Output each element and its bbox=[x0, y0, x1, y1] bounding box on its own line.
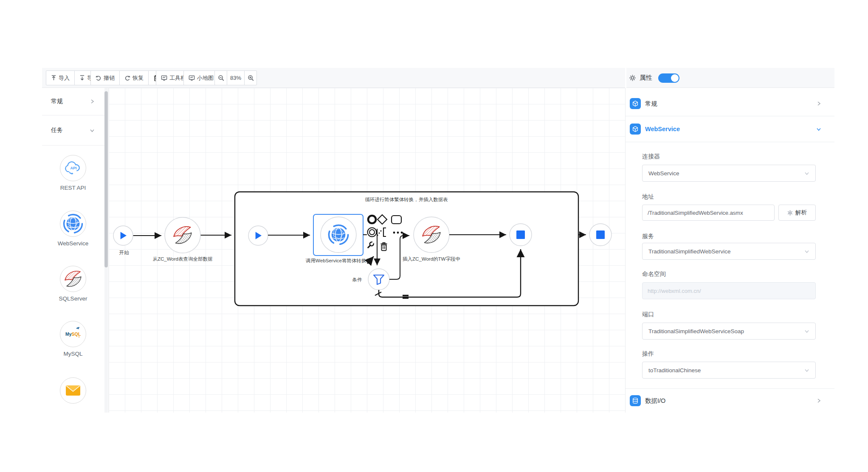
zoom-out-icon bbox=[218, 75, 224, 81]
sqlserver-icon bbox=[60, 266, 86, 292]
panel-section-general-label: 常规 bbox=[645, 100, 817, 108]
stop-icon bbox=[516, 230, 525, 239]
chevron-right-icon bbox=[817, 398, 821, 403]
operation-select[interactable]: toTraditionalChinese bbox=[642, 362, 816, 379]
rest-api-logo-text: API bbox=[70, 166, 76, 170]
sidebar-section-tasks-label: 任务 bbox=[51, 126, 63, 134]
operation-field-label: 操作 bbox=[642, 350, 654, 358]
loopback-marker bbox=[403, 297, 409, 299]
top-toolbar: 导入 导出 撤销 恢复 bbox=[42, 68, 834, 88]
parse-sparkle-icon bbox=[787, 210, 793, 216]
port-field-label: 端口 bbox=[642, 311, 654, 318]
node-webservice-label: 调用WebService将简体转换为 bbox=[305, 258, 371, 263]
node-start-label: 开始 bbox=[119, 250, 130, 255]
properties-title: 属性 bbox=[640, 74, 652, 82]
service-select[interactable]: TraditionalSimplifiedWebService bbox=[642, 243, 816, 260]
rest-api-icon: API bbox=[60, 155, 86, 181]
chevron-down-icon bbox=[804, 368, 809, 373]
minimap-label: 小地图 bbox=[197, 74, 214, 82]
node-condition[interactable] bbox=[368, 269, 389, 290]
panel-section-data-io-label: 数据I/O bbox=[645, 397, 817, 405]
palette-item-rest-api[interactable]: API REST API bbox=[42, 155, 104, 191]
minimap-group: 小地图 bbox=[183, 70, 219, 85]
node-end[interactable] bbox=[589, 224, 612, 246]
sidebar-section-tasks[interactable]: 任务 bbox=[42, 115, 106, 146]
stop-icon bbox=[596, 230, 605, 239]
redo-button[interactable]: 恢复 bbox=[119, 70, 149, 85]
import-label: 导入 bbox=[59, 74, 70, 82]
node-condition-label: 条件 bbox=[352, 277, 363, 282]
flow-canvas[interactable]: 循环进行简体繁体转换，并插入数据表 开始 从ZC_Word表查询全部数据 bbox=[109, 88, 625, 413]
export-icon bbox=[79, 75, 85, 81]
connector-select-value: WebService bbox=[648, 170, 679, 177]
palette-item-email[interactable] bbox=[42, 377, 104, 404]
webservice-globe-icon bbox=[60, 211, 86, 237]
gear-icon bbox=[629, 74, 636, 81]
redo-icon bbox=[124, 75, 130, 81]
node-start[interactable] bbox=[113, 226, 133, 245]
properties-header: 属性 bbox=[625, 68, 834, 88]
loop-container-label: 循环进行简体繁体转换，并插入数据表 bbox=[365, 197, 448, 202]
minimap-icon bbox=[189, 75, 195, 81]
panel-section-data-io[interactable]: 数据I/O bbox=[626, 388, 834, 413]
mysql-logo-sql: SQL bbox=[72, 332, 81, 337]
cube-icon bbox=[630, 98, 641, 109]
node-palette-sidebar: 常规 任务 API REST API bbox=[42, 88, 109, 413]
chevron-right-icon bbox=[817, 101, 821, 106]
zoom-group: 83% bbox=[214, 70, 257, 85]
undo-icon bbox=[96, 75, 101, 81]
node-sql-query[interactable] bbox=[165, 217, 200, 253]
namespace-input bbox=[642, 282, 816, 299]
palette-item-webservice[interactable]: WebService bbox=[42, 211, 104, 247]
chevron-down-icon bbox=[90, 128, 95, 133]
redo-label: 恢复 bbox=[132, 74, 144, 82]
sidebar-section-general[interactable]: 常规 bbox=[42, 88, 106, 115]
database-icon bbox=[630, 395, 641, 406]
import-button[interactable]: 导入 bbox=[46, 70, 75, 85]
chevron-right-icon bbox=[90, 99, 95, 104]
zoom-in-button[interactable] bbox=[244, 70, 257, 85]
sidebar-section-general-label: 常规 bbox=[51, 98, 63, 105]
parse-button[interactable]: 解析 bbox=[778, 205, 816, 221]
node-inner-start[interactable] bbox=[248, 226, 268, 245]
import-icon bbox=[51, 75, 56, 81]
palette-item-label: MySQL bbox=[42, 351, 104, 357]
namespace-field-label: 命名空间 bbox=[642, 270, 666, 278]
node-sql-insert[interactable] bbox=[414, 217, 449, 253]
panel-section-webservice[interactable]: WebService bbox=[626, 116, 834, 142]
palette-item-label: SQLServer bbox=[42, 295, 104, 302]
node-sql-insert-label: 插入ZC_Word的TW字段中 bbox=[403, 256, 460, 261]
node-webservice-selected[interactable] bbox=[313, 214, 363, 256]
palette-item-mysql[interactable]: MySQL MySQL bbox=[42, 321, 104, 357]
mysql-icon: MySQL bbox=[60, 321, 86, 347]
operation-select-value: toTraditionalChinese bbox=[648, 367, 701, 374]
minimap-button[interactable]: 小地图 bbox=[183, 70, 219, 85]
properties-toggle[interactable] bbox=[658, 73, 679, 83]
sidebar-scrollbar-thumb[interactable] bbox=[104, 91, 108, 267]
connector-field-label: 连接器 bbox=[642, 153, 660, 160]
port-select[interactable]: TraditionalSimplifiedWebServiceSoap bbox=[642, 323, 816, 340]
parse-button-label: 解析 bbox=[795, 209, 807, 216]
node-inner-end[interactable] bbox=[510, 224, 532, 246]
zoom-level-value: 83% bbox=[227, 70, 245, 85]
panel-section-general[interactable]: 常规 bbox=[626, 91, 834, 116]
port-select-value: TraditionalSimplifiedWebServiceSoap bbox=[648, 328, 744, 334]
loop-container[interactable] bbox=[235, 192, 578, 306]
chevron-down-icon bbox=[804, 171, 809, 176]
service-field-label: 服务 bbox=[642, 233, 654, 240]
palette-item-sqlserver[interactable]: SQLServer bbox=[42, 266, 104, 302]
zoom-out-button[interactable] bbox=[214, 70, 227, 85]
chevron-down-icon bbox=[804, 329, 809, 334]
node-sql-query-label: 从ZC_Word表查询全部数据 bbox=[153, 256, 213, 261]
palette-item-label: WebService bbox=[42, 240, 104, 247]
email-envelope-icon bbox=[60, 377, 86, 404]
undo-button[interactable]: 撤销 bbox=[90, 70, 120, 85]
properties-panel: 常规 WebService 连接器 WebService 地址 bbox=[625, 88, 834, 413]
loopback-marker bbox=[403, 295, 409, 297]
address-input[interactable] bbox=[642, 205, 775, 221]
more-tool-icon[interactable] bbox=[393, 232, 403, 234]
undo-label: 撤销 bbox=[104, 74, 115, 82]
toolbar-panel-icon bbox=[161, 75, 167, 81]
connector-select[interactable]: WebService bbox=[642, 165, 816, 182]
address-field-label: 地址 bbox=[642, 193, 654, 201]
